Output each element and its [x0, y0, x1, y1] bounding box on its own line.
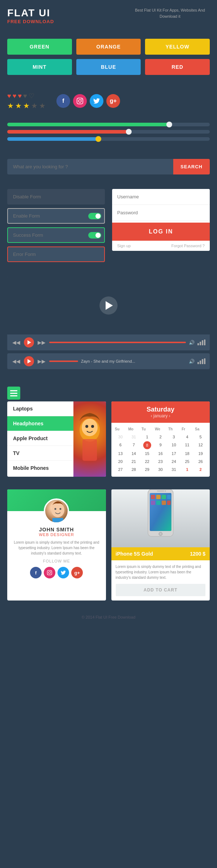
cal-cell-30[interactable]: 30 [154, 466, 167, 473]
signup-link[interactable]: Sign up [117, 244, 131, 248]
audio-play-circle[interactable] [24, 356, 34, 366]
heart-3[interactable]: ♥ [18, 92, 22, 100]
star-5-empty[interactable]: ★ [39, 101, 46, 110]
toggle-success[interactable] [88, 232, 101, 239]
facebook-icon[interactable]: f [56, 94, 70, 108]
cal-cell-11[interactable]: 11 [181, 441, 193, 449]
cal-cell-2-next[interactable]: 2 [194, 466, 207, 473]
video-play-button[interactable] [99, 296, 118, 315]
progress-bar-3[interactable] [7, 137, 210, 141]
login-links: Sign up Forgot Password ? [112, 241, 210, 251]
cal-cell-6[interactable]: 6 [114, 441, 127, 449]
toggle-on[interactable] [88, 213, 101, 219]
progress-fill-red [7, 130, 129, 134]
password-input[interactable] [112, 205, 210, 221]
cal-cell-25[interactable]: 25 [181, 458, 193, 465]
cal-cell-13[interactable]: 13 [114, 450, 127, 457]
progress-handle-blue[interactable] [95, 136, 101, 142]
yellow-button[interactable]: YELLOW [145, 39, 210, 55]
cal-cell-23[interactable]: 23 [154, 458, 167, 465]
cal-cell-5[interactable]: 5 [194, 433, 207, 441]
video-forward-button[interactable]: ▶▶ [37, 339, 46, 346]
calendar-header-row: Su Mo Tu We Th Fr Sa [114, 426, 207, 433]
cal-cell-1[interactable]: 1 [141, 433, 153, 441]
cal-cell-24[interactable]: 24 [167, 458, 180, 465]
audio-rewind-button[interactable]: ◀◀ [12, 358, 21, 365]
cal-cell-9[interactable]: 9 [154, 441, 167, 449]
cal-cell-1-next[interactable]: 1 [181, 466, 193, 473]
cal-cell-31-prev[interactable]: 31 [127, 433, 140, 441]
cal-cell-3[interactable]: 3 [167, 433, 180, 441]
instagram-icon[interactable] [73, 94, 87, 108]
follow-button[interactable]: FOLLOW ME [43, 559, 70, 563]
heart-4-empty[interactable]: ♥ [23, 92, 27, 100]
login-button[interactable]: LOG IN [112, 223, 210, 241]
cal-cell-16[interactable]: 16 [154, 450, 167, 457]
audio-progress-track[interactable] [49, 361, 78, 362]
star-4-empty[interactable]: ★ [31, 101, 38, 110]
calendar-prev-btn[interactable]: ‹ [151, 413, 152, 418]
product-name: iPhone 5S Gold [116, 551, 153, 557]
cal-cell-4[interactable]: 4 [181, 433, 193, 441]
calendar-next-btn[interactable]: › [169, 413, 170, 418]
svg-rect-8 [52, 518, 63, 524]
search-button[interactable]: SEARCH [173, 159, 210, 174]
red-button[interactable]: RED [145, 59, 210, 75]
calendar: Saturday ‹ january › Su Mo Tu We Th Fr S… [111, 401, 210, 477]
orange-button[interactable]: ORANGE [76, 39, 141, 55]
cal-cell-8-today[interactable]: 8 [143, 441, 151, 449]
cal-cell-30-prev[interactable]: 30 [114, 433, 127, 441]
audio-forward-button[interactable]: ▶▶ [37, 358, 46, 365]
cal-cell-27[interactable]: 27 [114, 466, 127, 473]
cal-cell-31[interactable]: 31 [167, 466, 180, 473]
add-to-cart-button[interactable]: ADD TO CART [116, 584, 206, 596]
cal-cell-10[interactable]: 10 [167, 441, 180, 449]
search-input[interactable] [7, 159, 173, 174]
green-button[interactable]: GREEN [7, 39, 72, 55]
video-rewind-button[interactable]: ◀◀ [12, 339, 21, 346]
cal-cell-26[interactable]: 26 [194, 458, 207, 465]
cal-cell-29[interactable]: 29 [141, 466, 153, 473]
star-1[interactable]: ★ [7, 101, 14, 110]
blue-button[interactable]: BLUE [76, 59, 141, 75]
play-icon-small [27, 340, 31, 345]
profile-googleplus-icon[interactable]: g+ [71, 567, 83, 578]
cal-cell-18[interactable]: 18 [181, 450, 193, 457]
hamburger-menu-button[interactable] [7, 387, 20, 400]
svg-rect-17 [162, 495, 166, 499]
profile-instagram-icon[interactable] [44, 567, 55, 578]
cal-cell-12[interactable]: 12 [194, 441, 207, 449]
cal-cell-19[interactable]: 19 [194, 450, 207, 457]
heart-5-empty[interactable]: ♡ [29, 92, 34, 100]
cal-cell-22[interactable]: 22 [141, 458, 153, 465]
cal-cell-28[interactable]: 28 [127, 466, 140, 473]
forgot-password-link[interactable]: Forgot Password ? [171, 244, 205, 248]
profile-twitter-icon[interactable] [58, 567, 69, 578]
cal-cell-17[interactable]: 17 [167, 450, 180, 457]
username-input[interactable] [112, 189, 210, 205]
google-plus-icon[interactable]: g+ [106, 94, 120, 108]
cal-cell-21[interactable]: 21 [127, 458, 140, 465]
cal-cell-7[interactable]: 7 [127, 441, 140, 449]
heart-2[interactable]: ♥ [13, 92, 17, 100]
progress-bar-1[interactable] [7, 123, 210, 126]
progress-bar-2[interactable] [7, 130, 210, 134]
video-progress-track[interactable] [49, 342, 186, 343]
progress-handle-green[interactable] [166, 122, 172, 127]
svg-point-5 [51, 503, 64, 517]
twitter-icon[interactable] [90, 94, 103, 108]
cal-cell-15[interactable]: 15 [141, 450, 153, 457]
video-play-circle[interactable] [24, 337, 34, 347]
cal-cell-2[interactable]: 2 [154, 433, 167, 441]
profile-facebook-icon[interactable]: f [30, 567, 42, 578]
error-form-input[interactable] [7, 247, 105, 262]
star-2[interactable]: ★ [15, 101, 22, 110]
search-bar: SEARCH [7, 159, 210, 174]
cal-cell-20[interactable]: 20 [114, 458, 127, 465]
cal-cell-14[interactable]: 14 [127, 450, 140, 457]
heart-1[interactable]: ♥ [7, 92, 11, 100]
mint-button[interactable]: MINT [7, 59, 72, 75]
progress-handle-red[interactable] [126, 129, 132, 135]
cal-header-sa: Sa [194, 426, 207, 433]
star-3[interactable]: ★ [23, 101, 30, 110]
